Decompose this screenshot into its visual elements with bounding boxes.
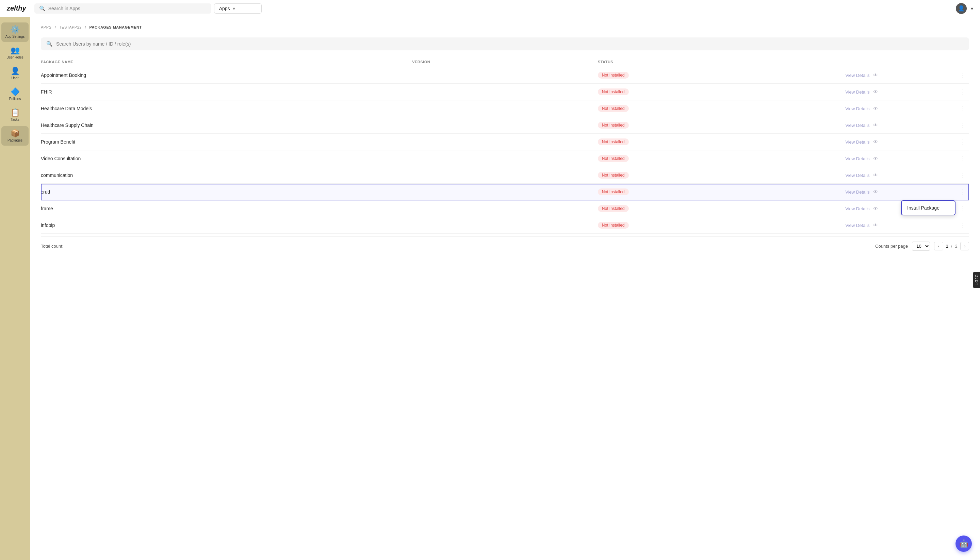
package-name: Appointment Booking — [41, 72, 412, 78]
chatbot-icon: 🤖 — [959, 539, 968, 548]
eye-icon[interactable]: 👁 — [873, 223, 878, 228]
total-count-label: Total count: — [41, 243, 63, 249]
eye-icon[interactable]: 👁 — [873, 139, 878, 145]
main-content: APPS / TESTAPP22 / PACKAGES MANAGEMENT 🔍… — [30, 17, 980, 560]
page-separator: / — [951, 243, 952, 249]
package-name: Video Consultation — [41, 156, 412, 161]
sidebar-item-app-settings[interactable]: ⚙️ App Settings — [2, 22, 28, 42]
sidebar-item-label: Policies — [9, 97, 21, 101]
pagination: Counts per page 10 ‹ 1 / 2 › — [875, 242, 969, 251]
sidebar-item-tasks[interactable]: 📋 Tasks — [2, 105, 28, 125]
table-row: infobip Not Installed View Details 👁 ⋮ — [41, 217, 969, 234]
tasks-icon: 📋 — [10, 109, 20, 117]
view-details-link[interactable]: View Details — [845, 90, 869, 95]
breadcrumb-testapp22[interactable]: TESTAPP22 — [59, 25, 82, 29]
actions-cell: View Details 👁 — [845, 89, 969, 95]
status-badge: Not Installed — [598, 88, 629, 95]
status-badge: Not Installed — [598, 122, 629, 128]
install-package-menu-item[interactable]: Install Package — [902, 201, 955, 215]
more-options-button[interactable]: ⋮ — [958, 204, 968, 213]
more-options-button[interactable]: ⋮ — [958, 170, 968, 180]
sidebar-item-label: User Roles — [7, 55, 23, 59]
status-cell: Not Installed — [598, 72, 845, 78]
view-details-link[interactable]: View Details — [845, 223, 869, 228]
app-selector[interactable]: Apps ▾ — [214, 3, 262, 13]
table-body: Appointment Booking Not Installed View D… — [41, 67, 969, 234]
status-cell: Not Installed — [598, 155, 845, 162]
search-input[interactable] — [48, 6, 207, 11]
table-row: Program Benefit Not Installed View Detai… — [41, 134, 969, 150]
current-page: 1 — [946, 243, 948, 249]
more-options-button[interactable]: ⋮ — [958, 137, 968, 147]
more-options-button[interactable]: ⋮ — [958, 220, 968, 230]
total-pages: 2 — [955, 243, 957, 249]
breadcrumb: APPS / TESTAPP22 / PACKAGES MANAGEMENT — [41, 25, 969, 29]
view-details-link[interactable]: View Details — [845, 190, 869, 195]
chevron-down-icon: ▾ — [233, 6, 235, 11]
more-options-button[interactable]: ⋮ — [958, 187, 968, 197]
chatbot-button[interactable]: 🤖 — [955, 535, 972, 552]
more-options-button[interactable]: ⋮ — [958, 104, 968, 113]
more-options-button[interactable]: ⋮ — [958, 154, 968, 163]
more-options-button[interactable]: ⋮ — [958, 87, 968, 97]
counts-per-page-select[interactable]: 10 — [912, 242, 930, 251]
view-details-link[interactable]: View Details — [845, 173, 869, 178]
status-badge: Not Installed — [598, 205, 629, 212]
nav-chevron-down-icon: ▾ — [971, 6, 973, 11]
eye-icon[interactable]: 👁 — [873, 189, 878, 195]
djdt-bar[interactable]: DJDT — [973, 272, 980, 288]
search-icon: 🔍 — [39, 5, 46, 12]
table-row: frame Not Installed View Details 👁 ⋮ — [41, 200, 969, 217]
next-page-button[interactable]: › — [960, 242, 969, 250]
package-name: FHIR — [41, 89, 412, 95]
eye-icon[interactable]: 👁 — [873, 89, 878, 95]
sidebar-item-label: Packages — [7, 138, 22, 142]
eye-icon[interactable]: 👁 — [873, 156, 878, 161]
status-cell: Not Installed — [598, 88, 845, 95]
package-name: Healthcare Supply Chain — [41, 122, 412, 128]
eye-icon[interactable]: 👁 — [873, 206, 878, 211]
sidebar-item-policies[interactable]: 🔷 Policies — [2, 85, 28, 104]
prev-page-button[interactable]: ‹ — [934, 242, 943, 250]
more-options-button[interactable]: ⋮ — [958, 120, 968, 130]
sidebar-item-user-roles[interactable]: 👥 User Roles — [2, 43, 28, 63]
sidebar: ⚙️ App Settings 👥 User Roles 👤 User 🔷 Po… — [0, 17, 30, 560]
view-details-link[interactable]: View Details — [845, 140, 869, 145]
view-details-link[interactable]: View Details — [845, 156, 869, 161]
status-cell: Not Installed — [598, 188, 845, 195]
package-search-input[interactable] — [56, 41, 964, 47]
package-name: communication — [41, 172, 412, 178]
user-icon: 👤 — [10, 67, 20, 75]
view-details-link[interactable]: View Details — [845, 206, 869, 211]
package-search-bar[interactable]: 🔍 — [41, 37, 969, 50]
view-details-link[interactable]: View Details — [845, 73, 869, 78]
breadcrumb-apps[interactable]: APPS — [41, 25, 52, 29]
app-selector-label: Apps — [219, 6, 230, 11]
actions-cell: View Details 👁 — [845, 122, 969, 128]
sidebar-item-packages[interactable]: 📦 Packages — [2, 126, 28, 146]
breadcrumb-packages-management: PACKAGES MANAGEMENT — [90, 25, 142, 29]
nav-right: 👤 ▾ — [956, 3, 973, 14]
logo: zelthy — [7, 4, 26, 12]
more-options-button[interactable]: ⋮ — [958, 70, 968, 80]
actions-cell: View Details 👁 — [845, 72, 969, 78]
gear-icon: ⚙️ — [10, 26, 20, 33]
eye-icon[interactable]: 👁 — [873, 172, 878, 178]
eye-icon[interactable]: 👁 — [873, 122, 878, 128]
sidebar-item-user[interactable]: 👤 User — [2, 64, 28, 83]
eye-icon[interactable]: 👁 — [873, 106, 878, 111]
table-row: Healthcare Data Models Not Installed Vie… — [41, 100, 969, 117]
status-cell: Not Installed — [598, 122, 845, 128]
col-actions — [845, 60, 969, 64]
top-nav: zelthy 🔍 Apps ▾ 👤 ▾ — [0, 0, 980, 17]
package-name: Program Benefit — [41, 139, 412, 145]
view-details-link[interactable]: View Details — [845, 123, 869, 128]
user-roles-icon: 👥 — [10, 47, 20, 54]
eye-icon[interactable]: 👁 — [873, 72, 878, 78]
policies-icon: 🔷 — [10, 88, 20, 96]
view-details-link[interactable]: View Details — [845, 106, 869, 111]
status-badge: Not Installed — [598, 222, 629, 228]
actions-cell: View Details 👁 — [845, 172, 969, 178]
avatar[interactable]: 👤 — [956, 3, 967, 14]
search-bar[interactable]: 🔍 — [34, 3, 211, 13]
